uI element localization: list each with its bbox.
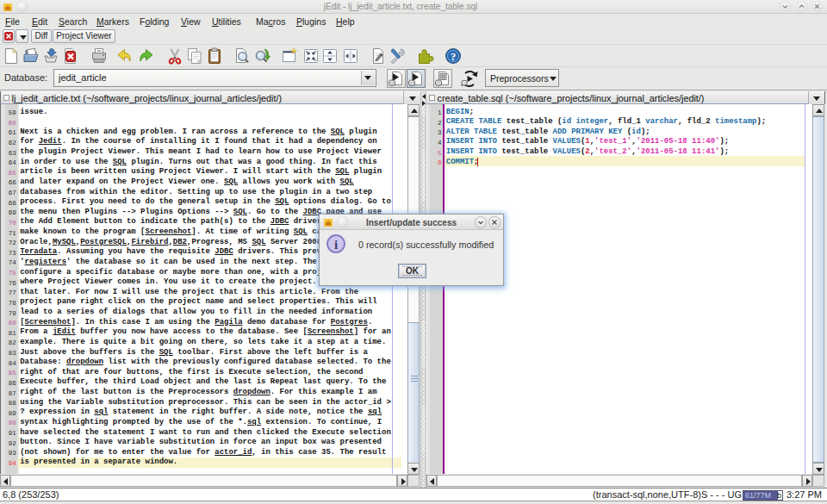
svg-text:?: ? <box>451 51 456 63</box>
